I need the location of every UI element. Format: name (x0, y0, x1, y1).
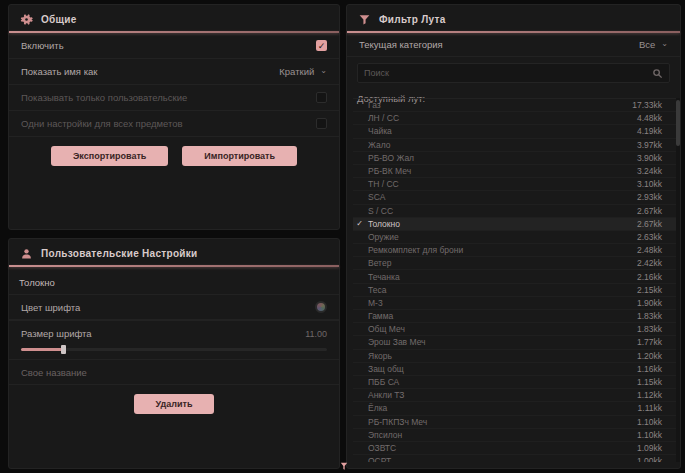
chevron-down-icon: ⌄ (320, 66, 327, 75)
funnel-icon (357, 12, 371, 26)
category-label: Текущая категория (359, 39, 443, 50)
show-name-dropdown[interactable]: Краткий ⌄ (279, 66, 327, 77)
loot-item-row[interactable]: S / СС2.67kk (353, 205, 676, 218)
search-box (357, 63, 670, 83)
loot-item-value: 2.63kk (637, 232, 662, 242)
bottom-funnel-icon[interactable] (338, 461, 350, 472)
loot-item-row[interactable]: Анкли ТЗ1.12kk (353, 389, 676, 402)
loot-item-value: 1.12kk (637, 390, 662, 400)
loot-item-row[interactable]: Якорь1.20kk (353, 350, 676, 363)
loot-item-row[interactable]: Чайка4.19kk (353, 125, 676, 138)
loot-item-row[interactable]: SCA2.93kk (353, 191, 676, 204)
loot-filter-title: Фильтр Лута (379, 14, 446, 25)
only-custom-row: Показывать только пользовательские (9, 85, 339, 111)
loot-item-value: 1.16kk (637, 364, 662, 374)
loot-item-name: Оружие (366, 232, 637, 242)
show-name-value: Краткий (279, 66, 314, 77)
loot-item-value: 2.93kk (637, 192, 662, 202)
font-color-row: Цвет шрифта (9, 294, 339, 320)
export-button[interactable]: Экспортировать (51, 146, 168, 166)
loot-item-row[interactable]: Ремкомплект для брони2.48kk (353, 244, 676, 257)
custom-name-input[interactable] (21, 367, 327, 378)
loot-item-name: Ремкомплект для брони (366, 245, 637, 255)
general-panel-title: Общие (41, 14, 77, 25)
loot-item-name: М-3 (366, 298, 637, 308)
general-buttons: Экспортировать Импортировать (9, 137, 339, 166)
loot-item-value: 3.24kk (637, 166, 662, 176)
loot-item-row[interactable]: ЛН / СС4.48kk (353, 112, 676, 125)
loot-item-name: Чайка (366, 126, 637, 136)
slider-fill (21, 348, 63, 351)
loot-item-value: 2.15kk (637, 285, 662, 295)
font-size-value: 11.00 (305, 329, 327, 339)
general-panel: Общие Включить ✓ Показать имя как Кратки… (8, 4, 340, 230)
font-size-row: Размер шрифта 11.00 (9, 320, 339, 346)
loot-item-name: Толокно (366, 219, 637, 229)
enable-row: Включить ✓ (9, 33, 339, 59)
loot-item-row[interactable]: ТН / СС3.10kk (353, 178, 676, 191)
color-wheel-icon[interactable] (315, 301, 327, 313)
loot-item-value: 2.67kk (637, 206, 662, 216)
slider-handle[interactable] (61, 345, 66, 354)
same-settings-row: Одни настройки для всех предметов (9, 111, 339, 137)
loot-item-row[interactable]: ПББ СА1.15kk (353, 376, 676, 389)
loot-list-scrollbar[interactable] (676, 98, 680, 462)
loot-item-row[interactable]: ✓Толокно2.67kk (353, 218, 676, 231)
loot-item-row[interactable]: Эпсилон1.10kk (353, 429, 676, 442)
import-button[interactable]: Импортировать (182, 146, 297, 166)
loot-list: Газ17.33kkЛН / СС4.48kkЧайка4.19kkЖало3.… (353, 98, 676, 462)
loot-item-value: 1.00kk (637, 456, 662, 462)
scrollbar-thumb[interactable] (676, 100, 680, 146)
loot-item-name: ТН / СС (366, 179, 637, 189)
loot-item-name: Якорь (366, 351, 637, 361)
loot-item-value: 1.83kk (637, 311, 662, 321)
loot-item-name: S / СС (366, 206, 637, 216)
loot-item-value: 2.67kk (637, 219, 662, 229)
loot-item-row[interactable]: Теса2.15kk (353, 284, 676, 297)
font-size-slider[interactable] (21, 348, 327, 351)
loot-item-row[interactable]: М-31.90kk (353, 297, 676, 310)
loot-item-row[interactable]: Газ17.33kk (353, 99, 676, 112)
same-settings-checkbox[interactable] (316, 118, 327, 129)
loot-item-value: 4.48kk (637, 113, 662, 123)
loot-item-row[interactable]: ОЗВТС1.09kk (353, 442, 676, 455)
loot-filter-header: Фильтр Лута (347, 5, 680, 31)
enable-label: Включить (21, 40, 64, 51)
loot-item-row[interactable]: Жало3.97kk (353, 139, 676, 152)
loot-item-name: РБ-ВО Жал (366, 153, 637, 163)
gear-icon (19, 12, 33, 26)
enable-checkbox[interactable]: ✓ (316, 40, 327, 51)
loot-item-name: Ветер (366, 258, 637, 268)
loot-item-row[interactable]: Течанка2.16kk (353, 270, 676, 283)
show-name-row: Показать имя как Краткий ⌄ (9, 59, 339, 85)
loot-item-name: Течанка (366, 272, 637, 282)
only-custom-checkbox[interactable] (316, 92, 327, 103)
search-icon[interactable] (652, 68, 663, 79)
loot-item-row[interactable]: Гамма1.83kk (353, 310, 676, 323)
loot-item-name: Общ Меч (366, 324, 637, 334)
loot-item-row[interactable]: Ветер2.42kk (353, 257, 676, 270)
loot-item-row[interactable]: РБ-ПКПЗч Меч1.10kk (353, 416, 676, 429)
loot-item-row[interactable]: Общ Меч1.83kk (353, 323, 676, 336)
loot-item-value: 1.20kk (637, 351, 662, 361)
loot-item-name: РБ-ВК Меч (366, 166, 637, 176)
loot-item-name: ОЗВТС (366, 443, 637, 453)
loot-item-row[interactable]: РБ-ВК Меч3.24kk (353, 165, 676, 178)
loot-item-name: Ёлка (366, 403, 638, 413)
delete-button[interactable]: Удалить (134, 394, 215, 414)
loot-item-row[interactable]: Оружие2.63kk (353, 231, 676, 244)
font-size-label: Размер шрифта (21, 328, 92, 339)
loot-filter-panel: Фильтр Лута Текущая категория Все ⌄ Дост… (346, 4, 681, 469)
loot-item-row[interactable]: Ёлка1.11kk (353, 402, 676, 415)
loot-item-row[interactable]: РБ-ВО Жал3.90kk (353, 152, 676, 165)
loot-item-name: ПББ СА (366, 377, 637, 387)
user-settings-header: Пользовательские Настройки (9, 239, 339, 265)
loot-item-value: 3.90kk (637, 153, 662, 163)
loot-item-row[interactable]: ОСРТ1.00kk (353, 455, 676, 462)
loot-item-row[interactable]: Защ общ1.16kk (353, 363, 676, 376)
loot-item-value: 3.10kk (637, 179, 662, 189)
category-dropdown[interactable]: Все ⌄ (639, 39, 668, 50)
user-icon (19, 246, 33, 260)
loot-item-row[interactable]: Эрош Зав Меч1.77kk (353, 336, 676, 349)
search-input[interactable] (364, 68, 652, 78)
